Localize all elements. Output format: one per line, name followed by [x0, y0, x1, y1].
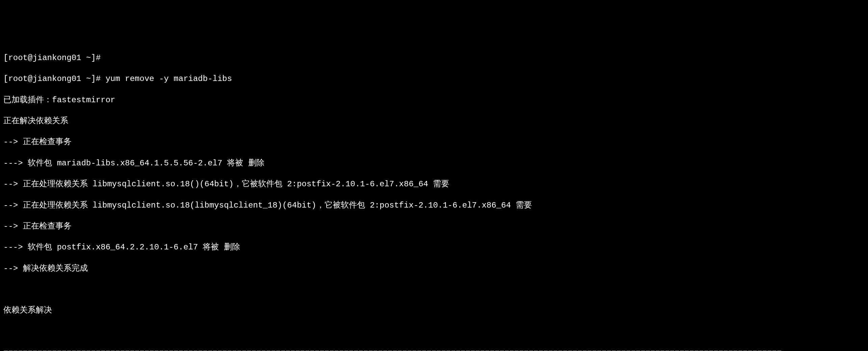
shell-command: [root@jiankong01 ~]# yum remove -y maria…: [3, 74, 865, 84]
output-processing-dep: --> 正在处理依赖关系 libmysqlclient.so.18()(64bi…: [3, 179, 865, 189]
output-loaded-plugins: 已加载插件：fastestmirror: [3, 95, 865, 105]
shell-prompt: [root@jiankong01 ~]#: [3, 53, 865, 63]
output-deps-resolved: 依赖关系解决: [3, 305, 865, 316]
table-divider-top: ========================================…: [3, 347, 865, 351]
output-pkg-remove: ---> 软件包 postfix.x86_64.2.2.10.1-6.el7 将…: [3, 242, 865, 252]
output-checking-trans: --> 正在检查事务: [3, 221, 865, 232]
output-checking-trans: --> 正在检查事务: [3, 137, 865, 147]
output-resolving-deps: 正在解决依赖关系: [3, 116, 865, 126]
blank-line: [3, 326, 865, 337]
output-pkg-remove: ---> 软件包 mariadb-libs.x86_64.1.5.5.56-2.…: [3, 158, 865, 168]
blank-line: [3, 284, 865, 295]
output-processing-dep: --> 正在处理依赖关系 libmysqlclient.so.18(libmys…: [3, 200, 865, 211]
output-finished-deps: --> 解决依赖关系完成: [3, 263, 865, 274]
terminal-window[interactable]: [root@jiankong01 ~]# [root@jiankong01 ~]…: [0, 42, 868, 351]
